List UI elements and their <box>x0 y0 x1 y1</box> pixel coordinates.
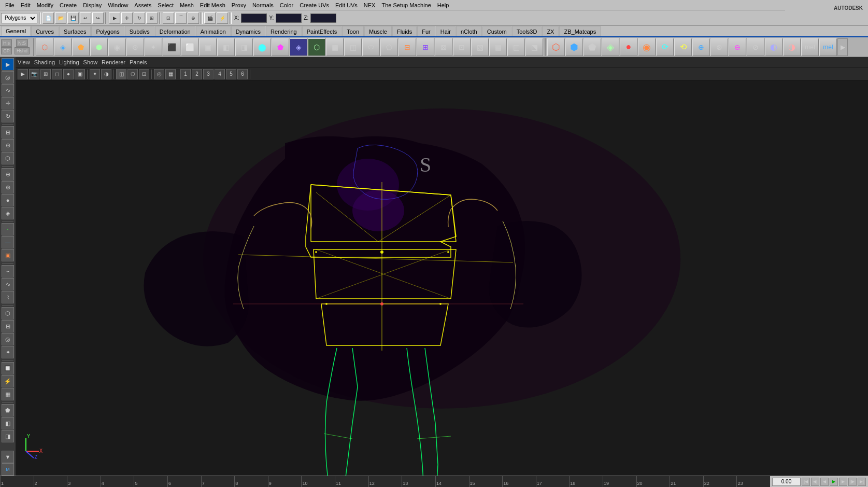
snap-point-button[interactable]: ⊕ <box>188 12 199 24</box>
shelf-icon-4[interactable]: ⬢ <box>90 38 108 56</box>
crease-button[interactable]: ⌇ <box>2 291 14 303</box>
camera-button[interactable]: ◎ <box>2 333 14 345</box>
vp-res3-btn[interactable]: 3 <box>203 69 214 79</box>
transport-end-btn[interactable]: ▶| <box>858 478 866 486</box>
show-manip-button[interactable]: ⊕ <box>2 168 14 180</box>
batch-render-button[interactable]: ▦ <box>2 388 14 400</box>
shelf-tab-his[interactable]: His <box>1 39 12 47</box>
vp-wireframe-btn[interactable]: ◻ <box>52 69 62 79</box>
ipr-lt-button[interactable]: ⚡ <box>2 375 14 387</box>
render-button[interactable]: 🎬 <box>204 12 216 24</box>
open-scene-button[interactable]: 📂 <box>55 12 66 24</box>
light-button[interactable]: ✦ <box>2 346 14 358</box>
relax-button[interactable]: ∿ <box>2 278 14 290</box>
shelf-icon-41[interactable]: ◐ <box>765 38 782 56</box>
lasso-select-button[interactable]: ∿ <box>2 84 14 96</box>
mode-select[interactable]: Polygons <box>1 13 37 23</box>
menu-edit[interactable]: Edit <box>18 2 34 8</box>
menu-setup-machine[interactable]: The Setup Machine <box>378 2 434 8</box>
timeline-ruler[interactable]: 123456789101112131415161718192021222324 <box>0 476 770 487</box>
lt-extra-1[interactable]: ⬟ <box>2 404 14 416</box>
menu-edit-uvs[interactable]: Edit UVs <box>332 2 361 8</box>
tab-surfaces[interactable]: Surfaces <box>59 26 91 36</box>
lt-extra-3[interactable]: ◨ <box>2 430 14 442</box>
tab-zx[interactable]: ZX <box>542 26 559 36</box>
shelf-icon-31[interactable]: ⬟ <box>584 38 601 56</box>
vp-wireframe-on-btn[interactable]: ◫ <box>116 69 126 79</box>
viewport-menu-lighting[interactable]: Lighting <box>59 59 79 65</box>
viewport-menu-show[interactable]: Show <box>83 59 98 65</box>
shelf-icon-6[interactable]: ⊛ <box>126 38 144 56</box>
select-tool-button[interactable]: ▶ <box>109 12 120 24</box>
vp-frame-btn[interactable]: ⊞ <box>40 69 51 79</box>
vp-res6-btn[interactable]: 6 <box>237 69 248 79</box>
shelf-icon-33[interactable]: ● <box>620 38 637 56</box>
vp-smooth-btn[interactable]: ● <box>63 69 74 79</box>
shelf-icon-27[interactable]: ▥ <box>507 38 525 56</box>
viewport-menu-view[interactable]: View <box>18 59 30 65</box>
shelf-icon-20[interactable]: ⬠ <box>380 38 398 56</box>
shelf-tab-cp[interactable]: CP <box>1 47 12 54</box>
menu-create[interactable]: Create <box>56 2 80 8</box>
edge-mode-button[interactable]: — <box>2 236 14 248</box>
shelf-icon-44[interactable]: mel <box>819 38 837 56</box>
shelf-icon-38[interactable]: ⊗ <box>710 38 728 56</box>
tab-tools3d[interactable]: Tools3D <box>512 26 542 36</box>
shelf-icon-43[interactable]: mel <box>801 38 819 56</box>
tab-general[interactable]: General <box>1 26 31 36</box>
tab-subdivs[interactable]: Subdivs <box>125 26 154 36</box>
tab-toon[interactable]: Toon <box>342 26 364 36</box>
menu-normals[interactable]: Normals <box>249 2 277 8</box>
new-scene-button[interactable]: 📄 <box>42 12 54 24</box>
select-mode-button[interactable]: ▶ <box>2 58 14 71</box>
shelf-scroll-right[interactable]: ▶ <box>837 38 848 56</box>
menu-edit-mesh[interactable]: Edit Mesh <box>197 2 229 8</box>
menu-nex[interactable]: NEX <box>361 2 379 8</box>
grid-button[interactable]: ⊞ <box>2 320 14 332</box>
snap-curve-button[interactable]: ⌒ <box>175 12 187 24</box>
transport-next-frame-btn[interactable]: ▶ <box>839 478 847 486</box>
shelf-icon-22[interactable]: ⊞ <box>417 38 434 56</box>
time-value-input[interactable] <box>772 478 801 486</box>
menu-color[interactable]: Color <box>277 2 296 8</box>
face-mode-button[interactable]: ▣ <box>2 249 14 261</box>
object-mode-button[interactable]: ● <box>2 194 14 206</box>
render-view-button[interactable]: 🔲 <box>2 362 14 374</box>
vp-grid-btn[interactable]: ⊡ <box>139 69 149 79</box>
shelf-icon-8[interactable]: ⬛ <box>163 38 180 56</box>
sculpt-button[interactable]: ⌁ <box>2 265 14 277</box>
move-tool-button[interactable]: ✛ <box>121 12 133 24</box>
shelf-icon-23[interactable]: ⊠ <box>435 38 452 56</box>
shelf-icon-34[interactable]: ◉ <box>638 38 656 56</box>
shelf-icon-36[interactable]: ⟲ <box>674 38 692 56</box>
shelf-icon-28[interactable]: ⬔ <box>525 38 543 56</box>
scale-tool-lt-button[interactable]: ⊞ <box>2 126 14 138</box>
vp-shadow-btn[interactable]: ◑ <box>101 69 111 79</box>
shelf-tab-hshd[interactable]: Hshd <box>15 47 30 54</box>
rotate-tool-lt-button[interactable]: ↻ <box>2 110 14 122</box>
tab-curves[interactable]: Curves <box>31 26 59 36</box>
ipr-button[interactable]: ⚡ <box>217 12 228 24</box>
shelf-icon-25[interactable]: ▧ <box>471 38 489 56</box>
maya-logo-button[interactable]: M <box>2 463 14 476</box>
transport-play-btn[interactable]: ▶ <box>830 478 838 486</box>
shelf-icon-32[interactable]: ◈ <box>602 38 619 56</box>
viewport-menu-renderer[interactable]: Renderer <box>102 59 125 65</box>
menu-assets[interactable]: Assets <box>131 2 154 8</box>
shelf-icon-42[interactable]: ◑ <box>783 38 801 56</box>
scale-tool-button[interactable]: ⊞ <box>146 12 158 24</box>
vp-res5-btn[interactable]: 5 <box>226 69 236 79</box>
shelf-icon-26[interactable]: ▤ <box>489 38 507 56</box>
menu-select[interactable]: Select <box>154 2 177 8</box>
vp-hud-btn[interactable]: ▦ <box>165 69 176 79</box>
shelf-icon-19[interactable]: ⬭ <box>362 38 380 56</box>
menu-mesh[interactable]: Mesh <box>177 2 197 8</box>
shelf-icon-18[interactable]: ◫ <box>344 38 362 56</box>
shelf-icon-16[interactable]: ⬡ <box>308 38 325 56</box>
shelf-icon-7[interactable]: ✦ <box>145 38 162 56</box>
menu-help[interactable]: Help <box>434 2 452 8</box>
channel-box-button[interactable]: ▼ <box>2 451 14 463</box>
vp-select-btn[interactable]: ▶ <box>18 69 28 79</box>
shelf-icon-2[interactable]: ◈ <box>54 38 72 56</box>
tab-painteffects[interactable]: PaintEffects <box>302 26 342 36</box>
